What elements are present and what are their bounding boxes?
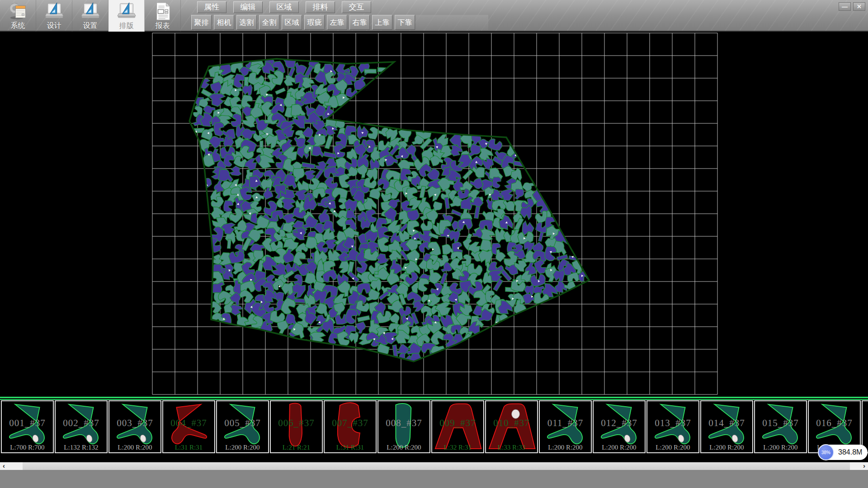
thumbnail-cell[interactable]: 014_#37L:200 R:200 <box>700 400 753 453</box>
thumbnail-cell[interactable]: 011_#37L:200 R:200 <box>539 400 592 453</box>
scroll-right-button[interactable]: › <box>850 462 868 470</box>
menu-tab[interactable]: 交互 <box>342 1 371 13</box>
toolbar-button-label: 报表 <box>156 22 170 30</box>
piece-id-label: 003_#37 <box>109 418 160 429</box>
piece-id-label: 004_#37 <box>163 418 214 429</box>
piece-id-label: 008_#37 <box>378 418 429 429</box>
menu-tab[interactable]: 排料 <box>306 1 335 13</box>
thumbnail-cell[interactable]: 007_#37L:31 R:31 <box>324 400 377 453</box>
thumbnail-cell[interactable]: 005_#37L:200 R:200 <box>216 400 269 453</box>
piece-id-label: 005_#37 <box>217 418 268 429</box>
piece-lr-label: L:200 R:200 <box>594 444 645 451</box>
toolbar-button-report[interactable]: 报表 <box>145 0 181 32</box>
piece-id-label: 011_#37 <box>540 418 591 429</box>
toolbar-button-settings[interactable]: 设置 <box>72 0 108 32</box>
action-button[interactable]: 上靠 <box>372 15 392 30</box>
action-button[interactable]: 左靠 <box>327 15 347 30</box>
piece-lr-label: L:200 R:200 <box>109 444 160 451</box>
minimize-button[interactable]: — <box>839 2 851 11</box>
toolbar-button-label: 排版 <box>119 22 134 30</box>
piece-lr-label: L:31 R:31 <box>163 444 214 451</box>
piece-id-label: 014_#37 <box>701 418 752 429</box>
piece-lr-label: L:200 R:200 <box>217 444 268 451</box>
thumbnail-cell[interactable]: 008_#37L:200 R:200 <box>377 400 430 453</box>
toolbar-button-label: 设置 <box>83 22 98 30</box>
action-button[interactable]: 下靠 <box>395 15 415 30</box>
thumbnail-cell[interactable]: 010_#37L:33 R:33 <box>485 400 538 453</box>
menu-tab-bar: 属性编辑区域排料交互 <box>197 1 371 13</box>
menu-tab[interactable]: 区域 <box>269 1 299 13</box>
memory-value: 384.8M <box>838 448 862 456</box>
nesting-icon <box>116 1 137 22</box>
thumbnail-cell[interactable]: 004_#37L:31 R:31 <box>162 400 215 453</box>
report-icon <box>152 1 173 22</box>
action-button[interactable]: 选割 <box>236 15 257 30</box>
piece-id-label: 013_#37 <box>647 418 698 429</box>
thumbnail-cell[interactable]: 001_#37L:700 R:700 <box>1 400 54 453</box>
menu-tab[interactable]: 属性 <box>197 1 226 13</box>
toolbar-button-nesting[interactable]: 排版 <box>108 0 145 32</box>
thumbnail-cell[interactable]: 012_#37L:200 R:200 <box>593 400 646 453</box>
toolbar-button-label: 系统 <box>11 22 25 30</box>
memory-badge: 38% 384.8M <box>818 445 868 460</box>
piece-lr-label: L:21 R:21 <box>271 444 322 451</box>
action-button[interactable]: 右靠 <box>349 15 370 30</box>
thumbnail-strip: 001_#37L:700 R:700002_#37L:132 R:132003_… <box>0 397 868 454</box>
action-button[interactable]: 全割 <box>259 15 279 30</box>
piece-id-label: 009_#37 <box>432 418 483 429</box>
piece-id-label: 015_#37 <box>755 418 806 429</box>
thumbnail-cell[interactable]: 003_#37L:200 R:200 <box>108 400 161 453</box>
piece-lr-label: L:200 R:200 <box>701 444 752 451</box>
progress-percent: 38% <box>821 450 830 455</box>
thumbnail-cell[interactable]: 009_#37L:32 R:31 <box>431 400 484 453</box>
close-button[interactable]: ✕ <box>853 2 865 11</box>
bottom-gap <box>0 454 868 462</box>
action-button[interactable]: 聚排 <box>191 15 212 30</box>
toolbar-spacer <box>416 15 488 30</box>
thumbnail-cell[interactable]: 015_#37L:200 R:200 <box>754 400 807 453</box>
piece-id-label: 012_#37 <box>594 418 645 429</box>
piece-id-label: 016_#37 <box>809 418 860 429</box>
piece-lr-label: L:200 R:200 <box>647 444 698 451</box>
toolbar-button-label: 设计 <box>47 22 61 30</box>
design-icon <box>44 1 65 22</box>
piece-id-label: 001_#37 <box>2 418 53 429</box>
piece-id-label: 007_#37 <box>325 418 376 429</box>
action-button[interactable]: 相机 <box>214 15 234 30</box>
piece-lr-label: L:33 R:33 <box>486 444 537 451</box>
system-icon <box>8 1 28 22</box>
piece-id-label: 006_#37 <box>271 418 322 429</box>
thumbnail-cell[interactable]: 006_#37L:21 R:21 <box>270 400 323 453</box>
thumbnail-cells: 001_#37L:700 R:700002_#37L:132 R:132003_… <box>0 400 868 453</box>
toolbar-button-system[interactable]: 系统 <box>0 0 36 32</box>
action-button[interactable]: 区域 <box>282 15 302 30</box>
progress-circle: 38% <box>818 444 834 460</box>
piece-id-label: 017_#37 <box>863 418 868 429</box>
action-button[interactable]: 瑕疵 <box>304 15 325 30</box>
main-toolbar: 系统设计设置排版报表 属性编辑区域排料交互 聚排相机选割全割区域瑕疵左靠右靠上靠… <box>0 0 868 32</box>
thumbnail-cell[interactable]: 002_#37L:132 R:132 <box>55 400 108 453</box>
toolbar-button-design[interactable]: 设计 <box>36 0 72 32</box>
settings-icon <box>80 1 101 22</box>
scroll-track[interactable] <box>23 462 850 470</box>
status-bar <box>0 470 868 488</box>
horizontal-scrollbar[interactable]: ‹ › <box>0 462 868 470</box>
nesting-canvas-drawing <box>0 32 868 397</box>
piece-lr-label: L:132 R:132 <box>56 444 107 451</box>
thumbnail-cell[interactable]: 013_#37L:200 R:200 <box>646 400 699 453</box>
application-window: 系统设计设置排版报表 属性编辑区域排料交互 聚排相机选割全割区域瑕疵左靠右靠上靠… <box>0 0 868 488</box>
main-toolbar-buttons: 系统设计设置排版报表 <box>0 0 181 32</box>
piece-lr-label: L:31 R:31 <box>325 444 376 451</box>
nesting-canvas[interactable] <box>0 32 868 397</box>
menu-tab[interactable]: 编辑 <box>233 1 263 13</box>
piece-lr-label: L:700 R:700 <box>2 444 53 451</box>
piece-lr-label: L:200 R:200 <box>378 444 429 451</box>
action-button-bar: 聚排相机选割全割区域瑕疵左靠右靠上靠下靠 <box>191 15 415 30</box>
piece-lr-label: L:200 R:200 <box>755 444 806 451</box>
strip-accent-line <box>0 399 868 400</box>
piece-lr-label: L:32 R:31 <box>432 444 483 451</box>
piece-lr-label: L:200 R:200 <box>540 444 591 451</box>
scroll-left-button[interactable]: ‹ <box>0 462 23 470</box>
piece-id-label: 010_#37 <box>486 418 537 429</box>
piece-id-label: 002_#37 <box>56 418 107 429</box>
